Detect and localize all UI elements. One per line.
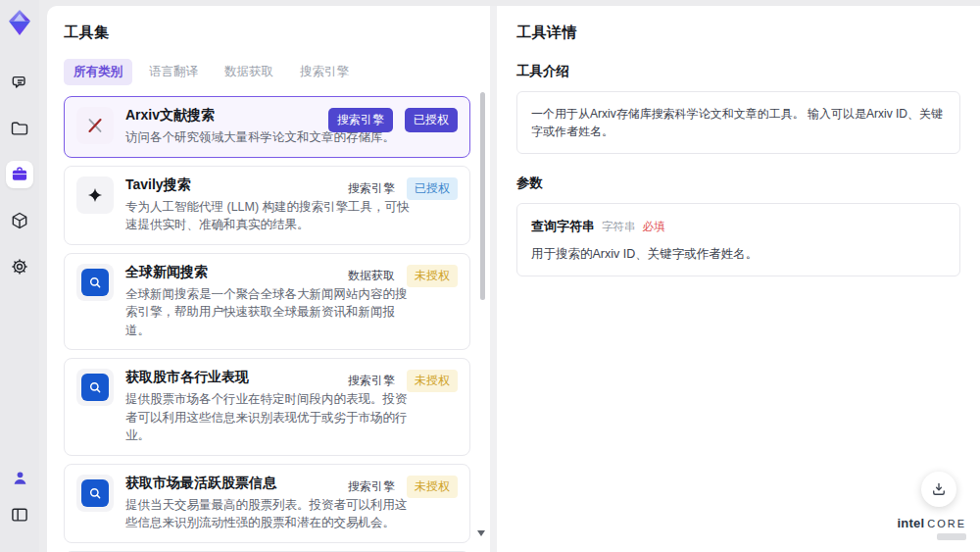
intro-text: 一个用于从Arxiv存储库搜索科学论文和文章的工具。 输入可以是Arxiv ID… bbox=[531, 107, 943, 138]
app-logo-icon bbox=[5, 8, 34, 37]
category-tabs: 所有类别 语言翻译 数据获取 搜索引擎 bbox=[64, 59, 470, 85]
scrollbar-down-arrow[interactable] bbox=[477, 530, 485, 536]
param-type: 字符串 bbox=[602, 219, 636, 235]
sidebar-item-tools[interactable] bbox=[6, 161, 33, 188]
main-surface: 工具集 所有类别 语言翻译 数据获取 搜索引擎 Arxiv文献搜索 访问各个研究… bbox=[47, 6, 980, 552]
tool-card-active-stocks[interactable]: 获取市场最活跃股票信息 提供当天交易量最高的股票列表。投资者可以利用这些信息来识… bbox=[64, 464, 470, 543]
param-card: 查询字符串 字符串 必填 用于搜索的Arxiv ID、关键字或作者姓名。 bbox=[516, 203, 960, 276]
authorized-button[interactable]: 已授权 bbox=[405, 108, 458, 132]
user-icon bbox=[11, 469, 29, 487]
app-rail bbox=[0, 0, 39, 552]
tool-card-desc: 提供股票市场各个行业在特定时间段内的表现。投资者可以利用这些信息来识别表现优于或… bbox=[125, 390, 416, 445]
intel-core-logo: intel CORE bbox=[897, 516, 966, 540]
panel-divider bbox=[490, 6, 497, 552]
tool-details-panel: 工具详情 工具介绍 一个用于从Arxiv存储库搜索科学论文和文章的工具。 输入可… bbox=[497, 6, 980, 552]
auth-status-badge: 未授权 bbox=[407, 370, 458, 392]
tool-card-desc: 提供当天交易量最高的股票列表。投资者可以利用这些信息来识别流动性强的股票和潜在的… bbox=[125, 496, 416, 532]
tool-category-label: 搜索引擎 bbox=[348, 180, 395, 197]
category-button[interactable]: 搜索引擎 bbox=[328, 108, 393, 132]
sidebar-item-user[interactable] bbox=[6, 464, 33, 491]
gear-icon bbox=[10, 257, 29, 276]
scrollbar-thumb[interactable] bbox=[480, 92, 485, 300]
tool-card-tavily[interactable]: Tavily搜索 专为人工智能代理 (LLM) 构建的搜索引擎工具，可快速提供实… bbox=[64, 166, 470, 245]
sidebar-item-panel-toggle[interactable] bbox=[6, 501, 33, 528]
param-name: 查询字符串 bbox=[531, 217, 595, 236]
intel-core-text: CORE bbox=[927, 518, 966, 529]
tab-search-engine[interactable]: 搜索引擎 bbox=[290, 59, 359, 85]
sidebar-item-files[interactable] bbox=[6, 115, 33, 142]
sidebar-item-chat[interactable] bbox=[6, 69, 33, 96]
param-desc: 用于搜索的Arxiv ID、关键字或作者姓名。 bbox=[531, 245, 946, 264]
tool-card-desc: 专为人工智能代理 (LLM) 构建的搜索引擎工具，可快速提供实时、准确和真实的结… bbox=[125, 198, 416, 234]
auth-status-badge: 未授权 bbox=[407, 476, 458, 498]
params-heading: 参数 bbox=[516, 175, 960, 192]
intro-box: 一个用于从Arxiv存储库搜索科学论文和文章的工具。 输入可以是Arxiv ID… bbox=[516, 91, 960, 154]
tool-category-label: 搜索引擎 bbox=[348, 373, 395, 389]
tool-list-panel: 工具集 所有类别 语言翻译 数据获取 搜索引擎 Arxiv文献搜索 访问各个研究… bbox=[47, 6, 490, 552]
intel-brand-text: intel bbox=[897, 516, 924, 530]
news-search-icon bbox=[76, 369, 114, 406]
intro-heading: 工具介绍 bbox=[516, 63, 960, 80]
details-title: 工具详情 bbox=[516, 24, 960, 42]
spark-icon bbox=[76, 176, 114, 214]
tool-list: Arxiv文献搜索 访问各个研究领域大量科学论文和文章的存储库。 搜索引擎 已授… bbox=[64, 96, 470, 552]
arxiv-icon bbox=[76, 107, 114, 144]
tool-card-desc: 全球新闻搜索是一个聚合全球各大新闻网站内容的搜索引擎，帮助用户快速获取全球最新资… bbox=[125, 285, 416, 340]
tab-language-translation[interactable]: 语言翻译 bbox=[139, 59, 208, 85]
auth-status-badge: 已授权 bbox=[407, 177, 458, 200]
page-title: 工具集 bbox=[64, 24, 470, 42]
panel-toggle-icon bbox=[10, 505, 29, 525]
sidebar-item-settings[interactable] bbox=[6, 253, 33, 280]
tool-card-global-news[interactable]: 全球新闻搜索 全球新闻搜索是一个聚合全球各大新闻网站内容的搜索引擎，帮助用户快速… bbox=[64, 253, 470, 351]
tool-category-label: 搜索引擎 bbox=[348, 478, 395, 495]
auth-status-badge: 未授权 bbox=[407, 265, 458, 287]
tab-data-acquisition[interactable]: 数据获取 bbox=[215, 59, 283, 85]
folder-icon bbox=[10, 119, 29, 138]
download-button[interactable] bbox=[921, 472, 956, 507]
param-required-flag: 必填 bbox=[643, 219, 665, 235]
sidebar-item-models[interactable] bbox=[6, 207, 33, 234]
chat-icon bbox=[10, 73, 29, 92]
news-search-icon bbox=[76, 264, 114, 301]
cube-icon bbox=[10, 211, 29, 230]
tool-card-arxiv[interactable]: Arxiv文献搜索 访问各个研究领域大量科学论文和文章的存储库。 搜索引擎 已授… bbox=[64, 96, 470, 158]
tool-card-sector-performance[interactable]: 获取股市各行业表现 提供股票市场各个行业在特定时间段内的表现。投资者可以利用这些… bbox=[64, 358, 470, 456]
news-search-icon bbox=[76, 475, 114, 512]
download-icon bbox=[930, 480, 948, 498]
intel-core-sub-badge bbox=[937, 533, 966, 540]
briefcase-icon bbox=[10, 165, 29, 184]
tab-all-categories[interactable]: 所有类别 bbox=[64, 59, 132, 85]
tool-category-label: 数据获取 bbox=[348, 268, 395, 284]
